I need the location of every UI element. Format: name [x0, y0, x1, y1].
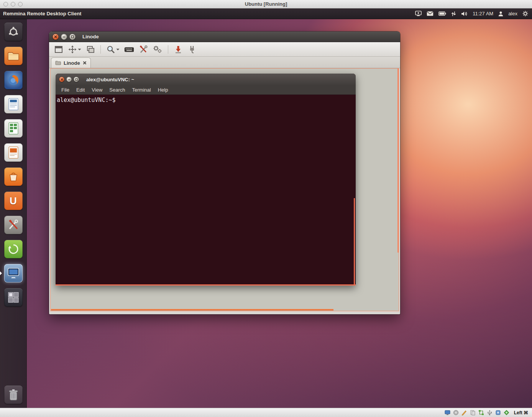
keyboard-button[interactable]: [123, 44, 135, 55]
volume-indicator-icon[interactable]: [461, 11, 468, 16]
tools-button[interactable]: [138, 44, 149, 55]
vbox-features-icon[interactable]: [504, 410, 509, 415]
mail-indicator-icon[interactable]: [427, 11, 433, 16]
remmina-monitor-icon: [7, 268, 20, 279]
launcher-item-files[interactable]: [4, 47, 23, 65]
active-app-title: Remmina Remote Desktop Client: [3, 11, 81, 16]
vbox-network-icon[interactable]: [478, 410, 484, 415]
launcher-item-remmina[interactable]: [4, 264, 23, 282]
terminal-maximize-button[interactable]: [74, 77, 79, 82]
toolbar-separator: [100, 45, 101, 54]
vbox-usb-icon[interactable]: [487, 410, 493, 415]
host-key-label: Left ⌘: [514, 410, 528, 415]
launcher-item-workspace-switcher[interactable]: [4, 288, 23, 307]
zoom-button[interactable]: [105, 44, 121, 55]
battery-indicator-icon[interactable]: [438, 11, 446, 16]
launcher-item-system-settings[interactable]: [4, 216, 23, 234]
launcher-item-trash[interactable]: [4, 386, 23, 404]
ubuntu-one-icon: U: [10, 196, 17, 206]
macos-close-button[interactable]: [3, 2, 8, 7]
clock[interactable]: 11:27 AM: [473, 11, 493, 16]
scaled-mode-button[interactable]: [85, 44, 96, 55]
macos-minimize-button[interactable]: [11, 2, 15, 7]
running-indicator-arrow: [0, 271, 2, 275]
session-username[interactable]: alex: [508, 11, 517, 16]
fit-window-button[interactable]: [67, 44, 82, 55]
vbox-statusbar: Left ⌘: [0, 408, 532, 417]
menu-terminal[interactable]: Terminal: [129, 85, 154, 95]
refresh-swirl-icon: [8, 243, 19, 255]
keyboard-icon: [124, 45, 134, 54]
redraw-artifact-line: [397, 69, 399, 253]
sync-arrows-indicator-icon[interactable]: [451, 11, 456, 16]
vbox-hdd-icon[interactable]: [453, 410, 459, 415]
vbox-audio-icon[interactable]: [461, 410, 467, 415]
vbox-shared-folders-icon[interactable]: [470, 410, 476, 415]
chevron-down-icon: [116, 48, 120, 51]
folder-icon: [7, 51, 20, 61]
terminal-minimize-button[interactable]: [66, 77, 72, 82]
scaled-mode-icon: [86, 45, 95, 54]
fullscreen-button[interactable]: [53, 44, 64, 55]
magnifier-icon: [106, 45, 115, 54]
menu-help[interactable]: Help: [154, 85, 172, 95]
tab-close-icon[interactable]: [83, 61, 87, 65]
vbox-display-icon[interactable]: [445, 410, 450, 415]
tools-icon: [139, 45, 148, 54]
screen: Ubuntu [Running] Remmina Remote Desktop …: [0, 0, 532, 417]
window-close-button[interactable]: [53, 34, 59, 40]
tab-linode[interactable]: Linode: [51, 57, 91, 68]
launcher-item-ubuntu-software-center[interactable]: [4, 167, 23, 186]
launcher-item-dash-home[interactable]: [4, 23, 23, 41]
launcher-item-firefox[interactable]: [4, 71, 23, 89]
window-maximize-button[interactable]: [69, 34, 76, 40]
chevron-down-icon: [78, 48, 81, 51]
menu-view[interactable]: View: [88, 85, 106, 95]
menu-search[interactable]: Search: [106, 85, 128, 95]
terminal-menubar: File Edit View Search Terminal Help: [56, 85, 356, 95]
screenshot-button[interactable]: [172, 44, 184, 55]
writer-document-icon: [8, 98, 18, 110]
launcher-item-libreoffice-impress[interactable]: [4, 143, 23, 162]
folder-icon: [55, 61, 61, 65]
macos-traffic-lights: [3, 2, 23, 7]
remmina-window-titlebar[interactable]: Linode: [49, 31, 400, 42]
trash-can-icon: [8, 389, 18, 401]
session-gear-icon[interactable]: [522, 11, 528, 16]
fit-window-icon: [68, 45, 77, 54]
terminal-prompt: alex@ubuntuVNC:~$: [57, 97, 116, 103]
remmina-tabbar: Linode: [49, 57, 400, 68]
terminal-close-button[interactable]: [59, 77, 64, 82]
disconnect-button[interactable]: [186, 44, 198, 55]
vbox-cd-icon[interactable]: [495, 410, 501, 415]
launcher-item-ubuntu-one[interactable]: U: [4, 192, 23, 210]
terminal-titlebar[interactable]: alex@ubuntuVNC: ~: [56, 74, 356, 85]
launcher-item-libreoffice-writer[interactable]: [4, 95, 23, 113]
launcher-item-libreoffice-calc[interactable]: [4, 119, 23, 138]
preferences-button[interactable]: [151, 44, 164, 55]
ubuntu-logo-icon: [8, 26, 19, 38]
ubuntu-desktop: Remmina Remote Desktop Client 11:27 AM: [0, 8, 532, 408]
gears-icon: [153, 45, 163, 54]
remote-desktop-viewport[interactable]: alex@ubuntuVNC: ~ File Edit View Search …: [50, 68, 399, 311]
impress-presentation-icon: [8, 146, 18, 159]
ubuntu-top-panel: Remmina Remote Desktop Client 11:27 AM: [0, 8, 532, 19]
tools-icon: [7, 219, 20, 231]
macos-titlebar[interactable]: Ubuntu [Running]: [0, 0, 532, 8]
shopping-bag-icon: [8, 171, 19, 182]
macos-zoom-button[interactable]: [18, 2, 23, 7]
remote-desktop-indicator-icon[interactable]: [415, 11, 422, 16]
launcher-item-software-updater[interactable]: [4, 240, 23, 258]
remmina-window-title: Linode: [82, 34, 99, 39]
menu-file[interactable]: File: [58, 85, 73, 95]
menu-edit[interactable]: Edit: [73, 85, 88, 95]
window-minimize-button[interactable]: [61, 34, 67, 40]
remmina-toolbar: [49, 42, 400, 57]
redraw-artifact-line: [354, 198, 355, 284]
remmina-window: Linode: [49, 31, 400, 314]
tab-label: Linode: [64, 60, 80, 66]
terminal-body[interactable]: alex@ubuntuVNC:~$: [56, 95, 356, 284]
macos-window-title: Ubuntu [Running]: [0, 0, 532, 8]
toolbar-separator: [168, 45, 168, 54]
remote-terminal-window: alex@ubuntuVNC: ~ File Edit View Search …: [56, 74, 356, 286]
